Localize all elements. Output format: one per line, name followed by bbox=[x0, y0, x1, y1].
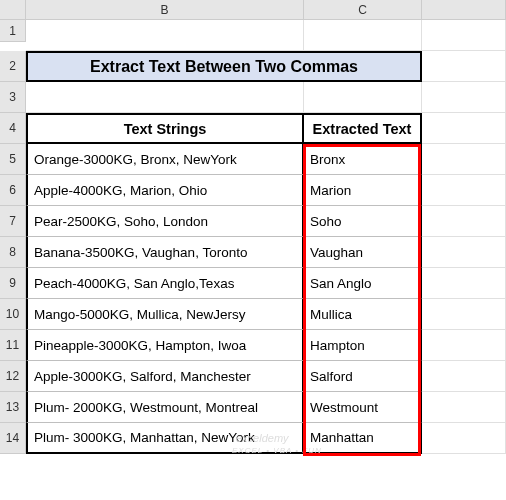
cell-C3[interactable] bbox=[304, 82, 422, 113]
row-header-4[interactable]: 4 bbox=[0, 113, 26, 144]
row-header-10[interactable]: 10 bbox=[0, 299, 26, 330]
cell-C11[interactable]: Hampton bbox=[304, 330, 422, 361]
row-header-9[interactable]: 9 bbox=[0, 268, 26, 299]
cell-overflow-4 bbox=[422, 113, 506, 144]
cell-C14[interactable]: Manhattan bbox=[304, 423, 422, 454]
row-header-1[interactable]: 1 bbox=[0, 20, 26, 42]
row-header-8[interactable]: 8 bbox=[0, 237, 26, 268]
cell-overflow-1 bbox=[422, 20, 506, 51]
cell-C12[interactable]: Salford bbox=[304, 361, 422, 392]
cell-B10[interactable]: Mango-5000KG, Mullica, NewJersy bbox=[26, 299, 304, 330]
row-header-14[interactable]: 14 bbox=[0, 423, 26, 454]
cell-C7[interactable]: Soho bbox=[304, 206, 422, 237]
cell-B1[interactable] bbox=[26, 20, 304, 51]
cell-B14[interactable]: Plum- 3000KG, Manhattan, NewYork bbox=[26, 423, 304, 454]
cell-B7[interactable]: Pear-2500KG, Soho, London bbox=[26, 206, 304, 237]
col-header-B[interactable]: B bbox=[26, 0, 304, 20]
cell-C13[interactable]: Westmount bbox=[304, 392, 422, 423]
spreadsheet-grid: B C 1 2 Extract Text Between Two Commas … bbox=[0, 0, 506, 454]
cell-C10[interactable]: Mullica bbox=[304, 299, 422, 330]
cell-B13[interactable]: Plum- 2000KG, Westmount, Montreal bbox=[26, 392, 304, 423]
row-header-6[interactable]: 6 bbox=[0, 175, 26, 206]
col-header-overflow bbox=[422, 0, 506, 20]
row-header-5[interactable]: 5 bbox=[0, 144, 26, 175]
cell-C6[interactable]: Marion bbox=[304, 175, 422, 206]
cell-C9[interactable]: San Anglo bbox=[304, 268, 422, 299]
row-header-7[interactable]: 7 bbox=[0, 206, 26, 237]
cell-B5[interactable]: Orange-3000KG, Bronx, NewYork bbox=[26, 144, 304, 175]
select-all-corner[interactable] bbox=[0, 0, 26, 20]
cell-B8[interactable]: Banana-3500KG, Vaughan, Toronto bbox=[26, 237, 304, 268]
row-header-13[interactable]: 13 bbox=[0, 392, 26, 423]
row-header-12[interactable]: 12 bbox=[0, 361, 26, 392]
cell-B11[interactable]: Pineapple-3000KG, Hampton, Iwoa bbox=[26, 330, 304, 361]
cell-C5[interactable]: Bronx bbox=[304, 144, 422, 175]
cell-overflow-3 bbox=[422, 82, 506, 113]
row-header-2[interactable]: 2 bbox=[0, 51, 26, 82]
cell-C1[interactable] bbox=[304, 20, 422, 51]
cell-C8[interactable]: Vaughan bbox=[304, 237, 422, 268]
cell-B6[interactable]: Apple-4000KG, Marion, Ohio bbox=[26, 175, 304, 206]
cell-B9[interactable]: Peach-4000KG, San Anglo,Texas bbox=[26, 268, 304, 299]
header-text-strings[interactable]: Text Strings bbox=[26, 113, 304, 144]
header-extracted-text[interactable]: Extracted Text bbox=[304, 113, 422, 144]
cell-B12[interactable]: Apple-3000KG, Salford, Manchester bbox=[26, 361, 304, 392]
cell-B3[interactable] bbox=[26, 82, 304, 113]
cell-overflow-2 bbox=[422, 51, 506, 82]
row-header-11[interactable]: 11 bbox=[0, 330, 26, 361]
title-cell[interactable]: Extract Text Between Two Commas bbox=[26, 51, 422, 82]
row-header-3[interactable]: 3 bbox=[0, 82, 26, 113]
col-header-C[interactable]: C bbox=[304, 0, 422, 20]
